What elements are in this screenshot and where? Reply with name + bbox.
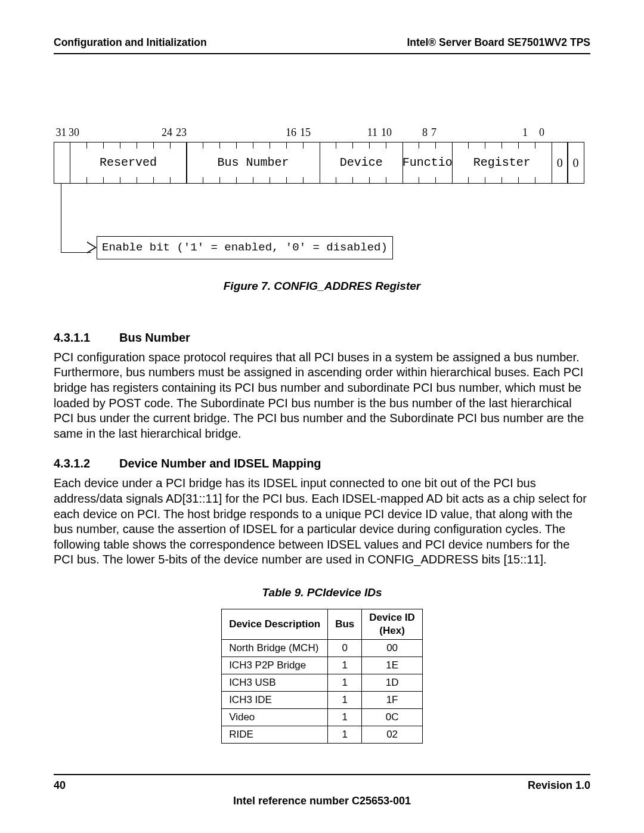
register-field: Reserved (70, 142, 187, 184)
register-field: 0 (552, 142, 568, 184)
callout-text: Enable bit ('1' = enabled, '0' = disable… (97, 236, 393, 259)
table-row: RIDE102 (222, 726, 423, 744)
register-field: Functio (402, 142, 453, 184)
table-row: ICH3 USB11D (222, 674, 423, 692)
enable-bit-callout: Enable bit ('1' = enabled, '0' = disable… (54, 196, 590, 261)
page: Configuration and Initialization Intel® … (0, 0, 644, 833)
section-body: PCI configuration space protocol require… (54, 350, 590, 442)
section-heading: 4.3.1.2 Device Number and IDSEL Mapping (54, 456, 590, 471)
revision: Revision 1.0 (528, 779, 590, 792)
table-row: ICH3 IDE11F (222, 692, 423, 709)
page-header: Configuration and Initialization Intel® … (54, 36, 590, 54)
bit-labels: 31 30 24 23 16 15 11 10 8 7 1 0 (54, 126, 590, 140)
pci-device-table: Device DescriptionBusDevice ID(Hex) Nort… (221, 609, 423, 744)
register-diagram: ReservedBus NumberDeviceFunctioRegister0… (54, 142, 590, 184)
table-row: Video10C (222, 709, 423, 726)
figure-caption: Figure 7. CONFIG_ADDRES Register (54, 279, 590, 294)
section-body: Each device under a PCI bridge has its I… (54, 476, 590, 568)
page-footer: 40 Revision 1.0 Intel reference number C… (54, 774, 590, 808)
register-field: Bus Number (186, 142, 320, 184)
register-field: 0 (567, 142, 584, 184)
table-row: North Bridge (MCH)000 (222, 639, 423, 657)
reference-number: Intel reference number C25653-001 (54, 794, 590, 808)
table-header: Device ID(Hex) (362, 609, 423, 639)
table-row: ICH3 P2P Bridge11E (222, 657, 423, 674)
register-field: Device (320, 142, 404, 184)
section-heading: 4.3.1.1 Bus Number (54, 330, 590, 345)
table-header: Device Description (222, 609, 328, 639)
arrow-icon (87, 241, 97, 253)
table-header: Bus (328, 609, 362, 639)
page-number: 40 (54, 779, 66, 792)
header-right: Intel® Server Board SE7501WV2 TPS (407, 36, 590, 49)
register-field (54, 142, 70, 184)
header-left: Configuration and Initialization (54, 36, 207, 49)
register-field: Register (452, 142, 553, 184)
table-caption: Table 9. PCIdevice IDs (54, 586, 590, 600)
register-figure: 31 30 24 23 16 15 11 10 8 7 1 0 Reserved… (54, 126, 590, 294)
